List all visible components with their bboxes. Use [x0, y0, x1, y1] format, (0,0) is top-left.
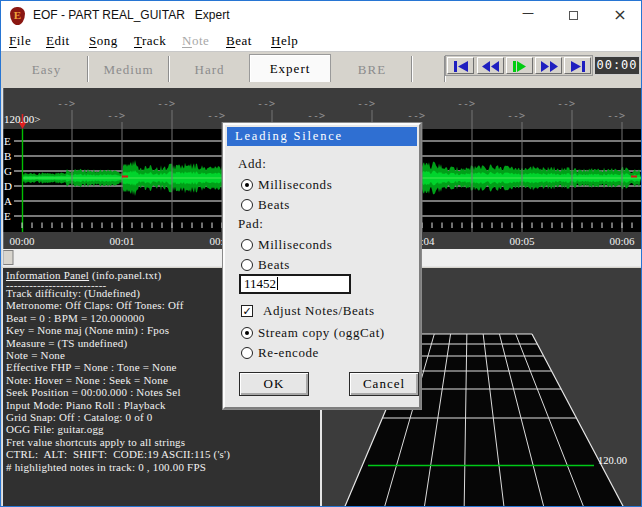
adjust-notes-checkbox[interactable]: ✓	[241, 305, 253, 317]
tab-hard[interactable]: Hard	[170, 56, 249, 85]
tab-separator	[168, 56, 170, 82]
beat-arrow: -->	[207, 110, 225, 121]
close-button[interactable]: ×	[599, 1, 641, 30]
info-line: Input Mode: Piano Roll : Playback	[6, 400, 166, 411]
info-line: Fret value shortcuts apply to all string…	[6, 437, 185, 448]
timeline-label: 00:00	[9, 235, 35, 247]
close-icon: ×	[613, 5, 626, 24]
info-line: Seek Position = 00:00.000 : Notes Sel	[6, 387, 181, 398]
beat-arrow: -->	[457, 98, 475, 109]
beat-arrow: -->	[307, 110, 325, 121]
add-radio-beats[interactable]: Beats	[241, 195, 290, 209]
info-line: OGG File: guitar.ogg	[6, 424, 104, 435]
timeline-label: 00:06	[609, 235, 635, 247]
3d-tempo-label: 120.00	[598, 455, 627, 466]
info-line: # highlighted notes in track: 0 , 100.00…	[6, 462, 206, 473]
play-icon	[512, 61, 527, 72]
info-line: Note: Hover = None : Seek = None	[6, 375, 168, 386]
add-label: Add:	[238, 156, 266, 172]
info-line: Effective FHP = None : Tone = None	[6, 362, 177, 373]
beat-arrow: -->	[157, 98, 175, 109]
minimize-icon: —	[522, 6, 534, 20]
info-line: Note = None	[6, 350, 65, 361]
rewind-icon	[482, 61, 500, 72]
radio-icon	[241, 239, 253, 251]
string-label: E	[4, 210, 11, 222]
timeline-label: 00:05	[509, 235, 535, 247]
info-line: Key = None maj (None min) : Fpos	[6, 325, 169, 336]
eof-window: E EOF - PART REAL_GUITAR Expert — × File…	[0, 0, 642, 507]
menu-bar: FileEditSongTrackNoteBeatHelp	[1, 31, 641, 52]
info-line: Track difficulty: (Undefined)	[6, 288, 140, 299]
title-bar[interactable]: E EOF - PART REAL_GUITAR Expert — ×	[1, 1, 641, 31]
tab-easy[interactable]: Easy	[6, 56, 87, 85]
string-label: G	[4, 165, 12, 177]
beat-arrow: -->	[257, 98, 275, 109]
seek-marker	[122, 176, 128, 178]
info-line: CTRL: ALT: SHIFT: CODE:19 ASCII:115 ('s'…	[6, 449, 230, 460]
seek-marker	[631, 176, 637, 178]
menu-item-help[interactable]: Help	[271, 33, 298, 49]
dialog-title[interactable]: Leading Silence	[227, 127, 417, 146]
skip-to-end-button[interactable]	[564, 57, 591, 74]
timeline-scrollbar-handle[interactable]	[3, 251, 13, 265]
app-icon: E	[10, 7, 25, 25]
beat-arrow: -->	[357, 98, 375, 109]
tab-separator	[411, 56, 413, 82]
skip-to-end-icon	[570, 61, 586, 72]
radio-icon	[241, 259, 253, 271]
string-label: E	[4, 135, 11, 147]
leading-silence-dialog: Leading Silence Add: MillisecondsBeats P…	[223, 123, 421, 409]
menu-item-edit[interactable]: Edit	[46, 33, 70, 49]
beat-arrow: -->	[407, 110, 425, 121]
menu-item-file[interactable]: File	[9, 33, 31, 49]
transport-controls	[445, 55, 593, 76]
tab-expert[interactable]: Expert	[249, 54, 331, 82]
menu-item-track[interactable]: Track	[134, 33, 166, 49]
tempo-label: 120.00>	[4, 113, 40, 125]
time-display: 00:00	[594, 56, 640, 75]
string-label: A	[4, 195, 12, 207]
fast-forward-button[interactable]	[535, 57, 562, 74]
text-caret	[277, 277, 278, 290]
info-line: Metronome: Off Claps: Off Tones: Off	[6, 300, 184, 311]
menu-item-beat[interactable]: Beat	[226, 33, 252, 49]
minimize-button[interactable]: —	[507, 1, 549, 30]
beat-arrow: -->	[57, 98, 75, 109]
cancel-button[interactable]: Cancel	[349, 372, 419, 396]
silence-amount-input[interactable]: 11452	[239, 274, 351, 294]
radio-icon	[241, 179, 253, 191]
tab-bre[interactable]: BRE	[333, 56, 411, 85]
info-line: Grid Snap: Off : Catalog: 0 of 0	[6, 412, 152, 423]
pad-radio-milliseconds[interactable]: Milliseconds	[241, 235, 332, 249]
method-radio-stream-copy-oggcat-[interactable]: Stream copy (oggCat)	[241, 323, 385, 337]
method-radio-re-encode[interactable]: Re-encode	[241, 343, 319, 357]
add-radio-milliseconds[interactable]: Milliseconds	[241, 175, 332, 189]
check-icon: ✓	[242, 305, 251, 318]
radio-icon	[241, 327, 253, 339]
string-label: D	[4, 180, 12, 192]
beat-arrow: -->	[557, 98, 575, 109]
tab-medium[interactable]: Medium	[89, 56, 168, 85]
fast-forward-icon	[540, 61, 558, 72]
skip-to-start-button[interactable]	[447, 57, 474, 74]
menu-item-note: Note	[182, 33, 209, 49]
tab-separator	[87, 56, 89, 82]
menu-item-song[interactable]: Song	[89, 33, 118, 49]
ok-button[interactable]: OK	[239, 372, 309, 396]
rewind-button[interactable]	[477, 57, 504, 74]
beat-arrow: -->	[107, 110, 125, 121]
pad-radio-beats[interactable]: Beats	[241, 255, 290, 269]
string-label: B	[4, 150, 11, 162]
skip-to-start-icon	[453, 61, 469, 72]
pad-label: Pad:	[238, 216, 264, 232]
timeline-label: 00:01	[109, 235, 134, 247]
beat-arrow: -->	[507, 110, 525, 121]
maximize-icon	[569, 11, 578, 20]
beat-arrow: -->	[607, 110, 625, 121]
window-title: EOF - PART REAL_GUITAR Expert	[33, 8, 230, 22]
radio-icon	[241, 199, 253, 211]
info-line: Beat = 0 : BPM = 120.000000	[6, 313, 145, 324]
maximize-button[interactable]	[553, 1, 595, 30]
play-button[interactable]	[506, 57, 533, 74]
